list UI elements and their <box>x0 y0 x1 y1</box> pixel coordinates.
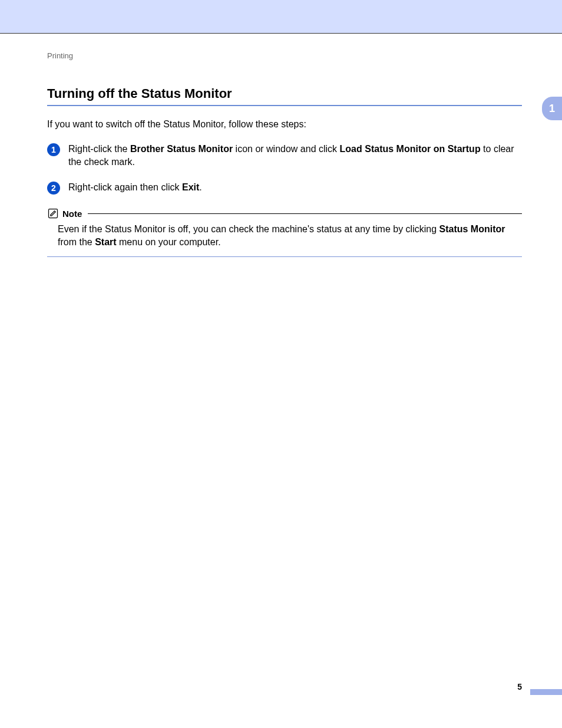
page-content: Printing Turning off the Status Monitor … <box>0 34 562 257</box>
text-fragment: Right-click again then click <box>68 182 182 192</box>
footer-accent <box>530 689 562 695</box>
svg-rect-0 <box>49 209 58 218</box>
text-bold: Exit <box>182 182 199 192</box>
text-fragment: icon or window and click <box>233 144 339 154</box>
text-fragment: Even if the Status Monitor is off, you c… <box>58 224 439 234</box>
text-bold: Load Status Monitor on Startup <box>340 144 481 154</box>
chapter-tab: 1 <box>542 97 562 120</box>
text-bold: Brother Status Monitor <box>130 144 233 154</box>
page-number: 5 <box>517 682 522 691</box>
step-2-text: Right-click again then click Exit. <box>68 181 202 194</box>
step-1-text: Right-click the Brother Status Monitor i… <box>68 143 522 168</box>
text-fragment: Right-click the <box>68 144 130 154</box>
section-title: Turning off the Status Monitor <box>47 86 522 101</box>
step-2: 2 Right-click again then click Exit. <box>47 181 522 195</box>
note-label: Note <box>62 209 82 219</box>
bullet-icon: 1 <box>47 143 60 156</box>
intro-text: If you want to switch off the Status Mon… <box>47 119 522 130</box>
note-block: Note Even if the Status Monitor is off, … <box>47 207 522 257</box>
bullet-icon: 2 <box>47 182 60 195</box>
text-fragment: menu on your computer. <box>117 237 221 247</box>
note-body: Even if the Status Monitor is off, you c… <box>47 220 522 254</box>
step-1: 1 Right-click the Brother Status Monitor… <box>47 143 522 168</box>
title-underline <box>47 105 522 106</box>
note-bottom-line <box>47 256 522 257</box>
breadcrumb: Printing <box>47 51 522 60</box>
text-fragment: from the <box>58 237 95 247</box>
header-banner <box>0 0 562 33</box>
text-fragment: . <box>199 182 201 192</box>
note-header: Note <box>47 207 522 219</box>
text-bold: Start <box>95 237 116 247</box>
text-bold: Status Monitor <box>439 224 505 234</box>
note-top-line <box>88 213 522 214</box>
note-pencil-icon <box>47 207 59 219</box>
